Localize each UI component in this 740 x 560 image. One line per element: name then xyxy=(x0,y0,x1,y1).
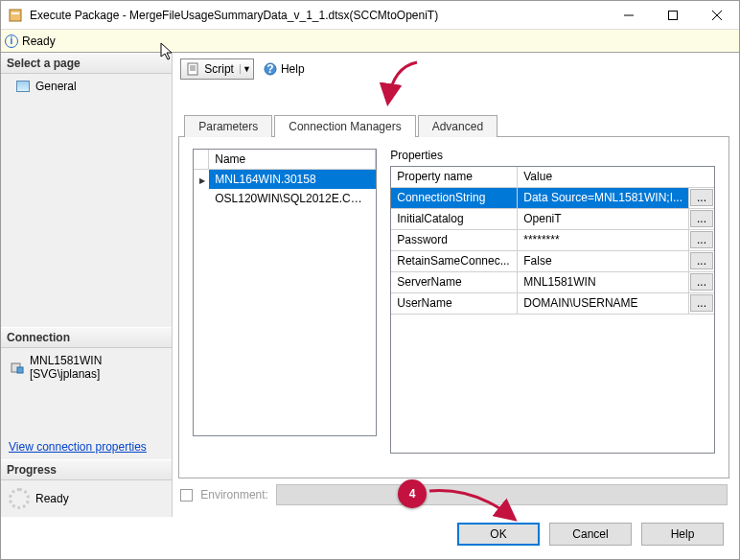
prop-row[interactable]: RetainSameConnec... False ... xyxy=(391,251,714,272)
server-icon xyxy=(11,361,24,374)
toolbar-help-label: Help xyxy=(281,62,305,76)
cancel-button[interactable]: Cancel xyxy=(549,523,632,546)
list-row-indicator-icon xyxy=(194,170,209,189)
prop-row[interactable]: ServerName MNL1581WIN ... xyxy=(391,272,714,293)
select-page-header: Select a page xyxy=(1,53,172,74)
prop-value[interactable]: DOMAIN\USERNAME xyxy=(518,293,689,314)
page-item-general[interactable]: General xyxy=(7,78,166,95)
list-header-blank xyxy=(194,150,209,169)
list-item[interactable]: MNL164WIN.30158 xyxy=(194,170,376,189)
environment-checkbox[interactable] xyxy=(180,489,193,502)
app-icon xyxy=(1,8,30,23)
prop-name: ConnectionString xyxy=(391,188,518,208)
script-dropdown-icon[interactable]: ▼ xyxy=(240,64,253,74)
list-item-label: OSL120WIN\SQL2012E.CM_... xyxy=(209,189,376,208)
svg-rect-1 xyxy=(12,12,19,14)
prop-row[interactable]: Password ******** ... xyxy=(391,230,714,251)
prop-row[interactable]: ConnectionString Data Source=MNL1581WIN;… xyxy=(391,188,714,209)
svg-rect-0 xyxy=(10,10,21,21)
right-pane: Script ▼ ? Help Parameters Connection Ma… xyxy=(173,53,739,517)
list-header: Name xyxy=(194,150,376,170)
connection-label: MNL1581WIN [SVG\jplanas] xyxy=(30,354,156,381)
help-button[interactable]: Help xyxy=(641,523,724,546)
progress-header: Progress xyxy=(1,459,172,480)
prop-ellipsis-button[interactable]: ... xyxy=(690,189,713,206)
page-item-label: General xyxy=(35,80,77,93)
tab-body: Name MNL164WIN.30158 OSL120WIN\SQL2012E.… xyxy=(178,137,729,478)
prop-name: RetainSameConnec... xyxy=(391,251,518,271)
status-bar: i Ready xyxy=(1,30,739,53)
prop-ellipsis-button[interactable]: ... xyxy=(690,252,713,269)
svg-rect-8 xyxy=(188,63,197,75)
help-icon: ? xyxy=(264,62,277,76)
environment-combobox[interactable] xyxy=(276,484,728,505)
list-header-name[interactable]: Name xyxy=(209,150,376,169)
status-text: Ready xyxy=(22,35,56,48)
titlebar: Execute Package - MergeFileUsageSummaryD… xyxy=(1,1,739,30)
annotation-badge: 4 xyxy=(398,479,427,508)
minimize-button[interactable] xyxy=(607,1,651,30)
properties-grid: Property name Value ConnectionString Dat… xyxy=(390,166,715,454)
prop-value[interactable]: MNL1581WIN xyxy=(518,272,689,292)
prop-ellipsis-button[interactable]: ... xyxy=(690,294,713,312)
tab-connection-managers[interactable]: Connection Managers xyxy=(274,115,415,137)
prop-name: Password xyxy=(391,230,518,250)
script-icon xyxy=(187,62,200,76)
prop-header-row: Property name Value xyxy=(391,167,714,188)
page-list: General xyxy=(1,74,172,327)
environment-row: Environment: xyxy=(178,478,729,517)
progress-section: Ready xyxy=(1,480,172,517)
prop-ellipsis-button[interactable]: ... xyxy=(690,231,713,248)
prop-row[interactable]: InitialCatalog OpeniT ... xyxy=(391,209,714,230)
prop-name: UserName xyxy=(391,293,518,314)
prop-value[interactable]: Data Source=MNL1581WIN;I... xyxy=(518,188,689,208)
page-icon xyxy=(16,81,30,92)
svg-rect-7 xyxy=(17,367,23,373)
left-pane: Select a page General Connection MNL1581… xyxy=(1,53,173,517)
list-item-label: MNL164WIN.30158 xyxy=(209,170,376,189)
prop-header-name[interactable]: Property name xyxy=(391,167,518,187)
window-title: Execute Package - MergeFileUsageSummaryD… xyxy=(30,9,607,22)
prop-value[interactable]: ******** xyxy=(518,230,689,250)
view-connection-properties-link[interactable]: View connection properties xyxy=(1,434,172,459)
progress-spinner-icon xyxy=(9,488,30,509)
connection-section: MNL1581WIN [SVG\jplanas] xyxy=(1,348,172,386)
svg-rect-3 xyxy=(669,11,678,19)
properties-label: Properties xyxy=(390,149,715,162)
prop-name: InitialCatalog xyxy=(391,209,518,229)
connection-header: Connection xyxy=(1,327,172,348)
toolbar-help-button[interactable]: ? Help xyxy=(264,62,305,76)
tab-parameters[interactable]: Parameters xyxy=(184,115,272,137)
tabstrip: Parameters Connection Managers Advanced xyxy=(178,114,729,137)
ready-icon: i xyxy=(5,35,18,48)
prop-ellipsis-button[interactable]: ... xyxy=(690,273,713,291)
script-button-label: Script xyxy=(204,62,234,76)
close-button[interactable] xyxy=(695,1,739,30)
svg-text:?: ? xyxy=(266,62,273,76)
progress-text: Ready xyxy=(35,492,69,505)
tab-advanced[interactable]: Advanced xyxy=(418,115,497,137)
main-content: Select a page General Connection MNL1581… xyxy=(1,53,739,517)
prop-header-value[interactable]: Value xyxy=(518,167,714,187)
properties-panel: Properties Property name Value Connectio… xyxy=(390,149,715,466)
list-row-indicator-icon xyxy=(194,189,209,208)
toolbar: Script ▼ ? Help xyxy=(178,57,729,82)
prop-value[interactable]: False xyxy=(518,251,689,271)
environment-label: Environment: xyxy=(200,488,268,502)
prop-name: ServerName xyxy=(391,272,518,292)
prop-value[interactable]: OpeniT xyxy=(518,209,689,229)
prop-row[interactable]: UserName DOMAIN\USERNAME ... xyxy=(391,293,714,315)
connection-value: MNL1581WIN [SVG\jplanas] xyxy=(7,352,166,383)
prop-ellipsis-button[interactable]: ... xyxy=(690,210,713,227)
maximize-button[interactable] xyxy=(651,1,695,30)
list-item[interactable]: OSL120WIN\SQL2012E.CM_... xyxy=(194,189,376,208)
dialog-buttons: OK Cancel Help xyxy=(1,517,739,559)
connection-manager-list[interactable]: Name MNL164WIN.30158 OSL120WIN\SQL2012E.… xyxy=(193,149,377,436)
ok-button[interactable]: OK xyxy=(457,523,540,546)
script-button[interactable]: Script ▼ xyxy=(180,58,254,80)
